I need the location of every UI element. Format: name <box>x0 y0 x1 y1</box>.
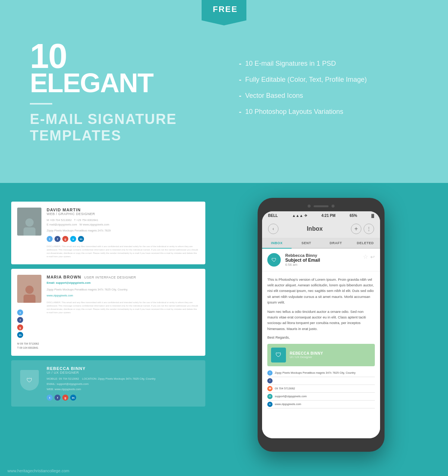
linkedin-icon: in <box>78 236 84 242</box>
rebecca-shield: 🛡 <box>17 366 41 394</box>
rebecca-google-icon: g <box>62 395 68 401</box>
more-button[interactable]: ⋮ <box>364 224 374 234</box>
rebecca-details: MOBILE: 09 704 5213062 LOCATION: Zippy P… <box>47 377 199 381</box>
footer-url: www.heritagechristiancollege.com <box>7 469 69 473</box>
email-body: This is Photoshop's version of Lorem Ips… <box>262 271 380 438</box>
back-button[interactable]: ‹ <box>268 224 279 234</box>
tab-sent[interactable]: SENT <box>292 238 321 248</box>
maria-website: www.zippypixels.com <box>47 293 199 298</box>
david-content: DAVID MARTIN Web / Graphic Designer M +0… <box>47 208 199 258</box>
contact-email-icon: ✉ <box>267 394 273 399</box>
best-regards: Best Regards, <box>267 335 375 339</box>
maria-twitter-icon: t <box>17 309 23 315</box>
feature-text-4: 10 Photoshop Layouts Variations <box>245 108 343 116</box>
sender-avatar: 🛡 <box>267 253 281 267</box>
contact-linkedin-icon: in <box>267 402 273 407</box>
sender-name: Rebbecca Binny <box>285 253 358 258</box>
add-button[interactable]: + <box>351 224 361 234</box>
signatures-column: DAVID MARTIN Web / Graphic Designer M +0… <box>11 198 205 407</box>
contact-phone: 09 704 5713062 <box>275 387 295 390</box>
top-section: FREE 10 ELEGANT E-MAIL SIGNATURE TEMPLAT… <box>0 0 448 183</box>
rebecca-role: UI / UX Designer <box>47 371 199 374</box>
feature-dash-3: - <box>239 91 242 100</box>
shield-icon: 🛡 <box>20 370 39 391</box>
email-header[interactable]: ‹ Inbox + ⋮ <box>262 220 380 238</box>
tab-deleted[interactable]: DELETED <box>351 238 380 248</box>
feature-item-3: - Vector Based Icons <box>239 91 418 100</box>
phone-screen: BELL ▲▲▲ ✈ 4:21 PM 65% ▓ ‹ Inbox + ⋮ <box>262 211 380 438</box>
feature-text-3: Vector Based Icons <box>245 92 303 100</box>
contact-web: www.zippypixels.com <box>275 402 301 406</box>
skype-icon: s <box>70 236 76 242</box>
title-divider <box>30 103 52 105</box>
rebecca-twitter-icon: t <box>47 395 53 401</box>
email-time: 6:56 am <box>285 263 358 267</box>
reply-icon[interactable]: ↩ <box>370 254 375 260</box>
rebecca-web: WEB: www.zippypixels.com <box>47 387 199 392</box>
rebecca-content: REBECCA BINNY UI / UX Designer MOBILE: 0… <box>47 366 199 401</box>
free-ribbon: FREE <box>202 0 246 25</box>
david-body <box>24 227 35 236</box>
feature-dash: - <box>239 59 242 68</box>
email-body-para1: This is Photoshop's version of Lorem Ips… <box>267 277 375 305</box>
inbox-title: Inbox <box>307 225 323 232</box>
star-icon[interactable]: ☆ <box>363 253 368 260</box>
sig-card-maria: t f g in M 09 704 5713062 T 09 104 83028… <box>11 269 205 356</box>
maria-disclaimer: DISCLAIMER: This email and any files tra… <box>47 301 199 314</box>
rebecca-social: t f g in <box>47 395 199 401</box>
sig-card-rebecca: 🛡 REBECCA BINNY UI / UX Designer MOBILE:… <box>11 360 205 407</box>
email-list-item[interactable]: 🛡 Rebbecca Binny Subject of Email 6:56 a… <box>262 249 380 271</box>
tab-draft[interactable]: DRAFT <box>321 238 351 248</box>
phone-speaker <box>314 205 329 207</box>
phone-camera <box>308 205 311 208</box>
google-icon: g <box>62 236 68 242</box>
contact-address: Zippy Pixels Mockups Penatibus magnis 34… <box>275 371 355 374</box>
feature-item-4: - 10 Photoshop Layouts Variations <box>239 108 418 116</box>
phone-status-bar: BELL ▲▲▲ ✈ 4:21 PM 65% ▓ <box>262 211 380 220</box>
phone-mockup: BELL ▲▲▲ ✈ 4:21 PM 65% ▓ ‹ Inbox + ⋮ <box>258 198 385 452</box>
sig-card-david: DAVID MARTIN Web / Graphic Designer M +0… <box>11 202 205 264</box>
email-actions: ☆ ↩ <box>363 253 375 260</box>
rebecca-facebook-icon: f <box>55 395 60 401</box>
sig-name-phone: REBECCA BINNY <box>290 351 371 355</box>
facebook-icon: f <box>55 236 60 242</box>
contact-email: support@zippypixels.com <box>275 395 307 398</box>
maria-email: Email: support@zippypixels.com <box>47 281 199 285</box>
maria-phones: M 09 704 5713062 T 09 104 8302841 <box>17 342 41 350</box>
maria-role: User Interface Designer <box>84 276 136 279</box>
twitter-icon: t <box>47 236 53 242</box>
tab-inbox[interactable]: INBOX <box>262 238 292 249</box>
maria-google-icon: g <box>17 324 23 330</box>
david-avatar <box>17 208 41 236</box>
hero-adjective: ELEGANT <box>30 69 217 96</box>
battery-icon: ▓ <box>371 214 374 218</box>
hero-subtitle-line1: E-MAIL SIGNATURE <box>30 111 217 128</box>
phone-column: BELL ▲▲▲ ✈ 4:21 PM 65% ▓ ‹ Inbox + ⋮ <box>205 198 437 452</box>
maria-facebook-icon: f <box>17 317 23 323</box>
phone-top-bar <box>262 202 380 211</box>
features-block: - 10 E-mail Signatures in 1 PSD - Fully … <box>217 59 418 124</box>
contact-row-fb: f <box>267 377 375 385</box>
david-details: M +09 704 5213062 T +29 754 8302841 E ma… <box>47 218 199 227</box>
ribbon-label: FREE <box>213 4 238 14</box>
david-disclaimer: DISCLAIMER: This email and any files tra… <box>47 245 199 258</box>
contact-fb-icon: f <box>267 378 273 383</box>
maria-address: Zippy Pixels Mockups Penatibus magnis 34… <box>47 287 199 292</box>
battery: 65% <box>350 214 357 218</box>
david-extra: Zippy Pixels Mockups Penatibus magnis 24… <box>47 228 199 233</box>
rebecca-name: REBECCA BINNY <box>47 366 199 371</box>
contact-phone-icon: ☎ <box>267 386 273 391</box>
carrier: BELL <box>268 214 278 218</box>
inbox-tabs: INBOX SENT DRAFT DELETED <box>262 238 380 249</box>
david-head <box>25 218 34 227</box>
rebecca-linkedin-icon: in <box>70 395 76 401</box>
sig-avatar-phone: 🛡 <box>271 348 286 363</box>
david-role: Web / Graphic Designer <box>47 212 199 216</box>
feature-item-2: - Fully Editable (Color, Text, Profile I… <box>239 75 418 84</box>
david-name: DAVID MARTIN <box>47 208 199 212</box>
feature-text-1: 10 E-mail Signatures in 1 PSD <box>245 60 336 68</box>
email-sig-block: 🛡 REBECCA BINNY UI / UX Designer <box>267 344 375 366</box>
maria-head <box>25 286 34 294</box>
maria-body <box>24 295 35 303</box>
contact-twitter-icon: t <box>267 370 273 376</box>
